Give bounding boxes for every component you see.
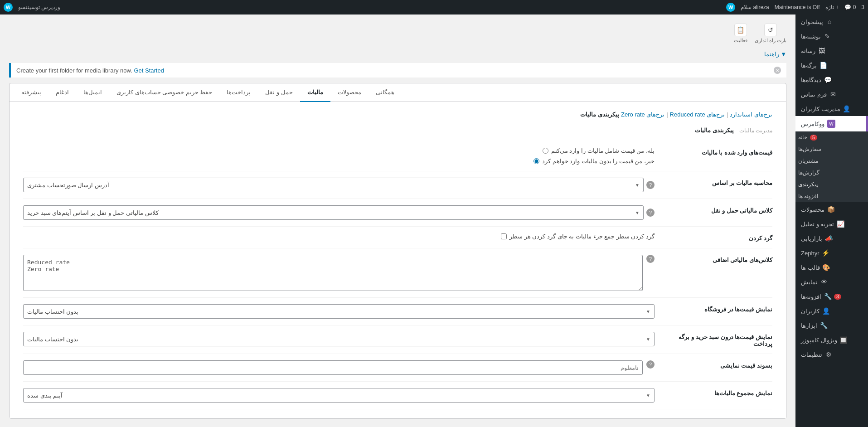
submenu-reports[interactable]: گزارش‌ها — [795, 167, 868, 179]
tab-integrations[interactable]: ادغام — [48, 83, 76, 102]
field-tax-based-on: ? ▼ آدرس ارسال صورتحساب مشتری — [23, 178, 655, 192]
sidebar-item-products[interactable]: 📦 محصولات — [795, 202, 868, 217]
row-rounding: گرد کردن گرد کردن سطر جمع جزء مالیات به … — [23, 227, 772, 248]
breadcrumb-home[interactable]: ▼ راهنما — [764, 51, 786, 58]
subnav-zero[interactable]: نرخ‌های Zero rate — [621, 111, 664, 118]
sidebar-item-settings[interactable]: ⚙ تنظیمات — [795, 347, 868, 362]
addons-badge: 3 — [834, 294, 841, 300]
submenu-home[interactable]: 5 خانه — [795, 131, 868, 143]
sidebar-item-marketing[interactable]: 📣 بازاریابی — [795, 231, 868, 246]
tab-shipping[interactable]: حمل و نقل — [258, 83, 300, 102]
sidebar-item-display[interactable]: 👁 نمایش — [795, 275, 868, 289]
sidebar-item-analytics[interactable]: 📈 تجربه و تحلیل — [795, 217, 868, 231]
sidebar-item-users[interactable]: 👤 مدیریت کاربران — [795, 102, 868, 116]
submenu-orders[interactable]: سفارش‌ها — [795, 143, 868, 155]
sidebar-label-products: محصولات — [801, 206, 824, 213]
tab-tax[interactable]: مالیات — [300, 83, 330, 102]
select-display-cart[interactable]: ▼ بدون احتساب مالیات — [23, 332, 655, 346]
select-chevron-total: ▼ — [646, 393, 650, 398]
maintenance-item[interactable]: Maintenance is Off — [775, 4, 820, 10]
select-wrap-shipping: ? ▼ کلاس مالیاتی حمل و نقل بر اساس آیتم‌… — [23, 205, 655, 220]
radio-group-prices: بله، من قیمت شامل مالیات را وارد می‌کنم … — [533, 147, 655, 165]
sidebar-label-users: مدیریت کاربران — [801, 106, 840, 112]
comments-icon: 💬 — [824, 76, 831, 83]
pages-icon: 📄 — [820, 62, 827, 69]
adminbar-right: وردپرس توسینتسو W — [4, 3, 60, 12]
subnav-standard[interactable]: نرخ‌های استاندارد — [730, 111, 772, 118]
sidebar-label-posts: نوشته‌ها — [801, 33, 821, 40]
settings-card: پیشرفته ادغام ایمیل‌ها حفظ حریم خصوصی حس… — [9, 83, 786, 419]
username-item[interactable]: وردپرس توسینتسو — [18, 4, 60, 10]
sidebar-item-themes[interactable]: 🎨 قالب ها — [795, 260, 868, 275]
select-shipping-tax[interactable]: ▼ کلاس مالیاتی حمل و نقل بر اساس آیتم‌ها… — [23, 205, 644, 220]
maintenance-label: Maintenance is Off — [775, 4, 820, 10]
sidebar-item-woocommerce[interactable]: W ووکامرس — [795, 116, 868, 131]
sidebar-item-subscribers[interactable]: ⌂ پیشخوان — [795, 15, 868, 29]
sidebar-item-media[interactable]: 🖼 رسانه — [795, 44, 868, 58]
sidebar-label-analytics: تجربه و تحلیل — [801, 221, 834, 228]
adminbar-left: W سلام alireza Maintenance is Off تازه +… — [726, 3, 864, 12]
field-additional-tax-classes: ? Reduced rate Zero rate — [23, 255, 655, 291]
select-tax-based[interactable]: ▼ آدرس ارسال صورتحساب مشتری — [23, 178, 644, 192]
wp-logo-item[interactable]: W — [726, 3, 735, 12]
updates-item[interactable]: 3 — [861, 4, 864, 10]
field-shipping-tax-class: ? ▼ کلاس مالیاتی حمل و نقل بر اساس آیتم‌… — [23, 205, 655, 220]
row-tax-total-display: نمایش مجموع مالیات‌ها ▼ آیتم بندی شده — [23, 382, 772, 409]
help-icon-suffix[interactable]: ? — [646, 360, 655, 369]
new-item[interactable]: تازه + — [825, 4, 839, 10]
select-display-shop[interactable]: ▼ بدون احتساب مالیات — [23, 304, 655, 319]
sidebar-label-zephyr: Zephyr — [801, 250, 819, 257]
sidebar-item-users2[interactable]: 👤 کاربران — [795, 304, 868, 318]
management-section: مدیریت مالیات پیکربندی مالیات — [23, 127, 772, 134]
sidebar-item-addons[interactable]: 3 🔧 افزونه‌ها — [795, 289, 868, 304]
management-label: مدیریت مالیات — [739, 127, 772, 134]
sidebar-item-visualcomposer[interactable]: 🔲 ویژوال کامپوزر — [795, 333, 868, 347]
site-name-item[interactable]: سلام alireza — [741, 4, 769, 10]
tab-emails[interactable]: ایمیل‌ها — [76, 83, 109, 102]
input-price-suffix[interactable] — [23, 360, 643, 375]
tab-general[interactable]: همگانی — [369, 83, 402, 102]
help-icon-shipping[interactable]: ? — [646, 209, 655, 217]
comments-item[interactable]: 💬 0 — [844, 4, 856, 10]
help-icon-tax-based[interactable]: ? — [646, 181, 655, 189]
checkbox-rounding[interactable] — [501, 233, 507, 239]
sidebar-item-pages[interactable]: 📄 برگه‌ها — [795, 58, 868, 73]
tab-privacy[interactable]: حفظ حریم خصوصی حساب‌های کاربری — [109, 83, 219, 102]
sidebar-item-posts[interactable]: ✎ نوشته‌ها — [795, 29, 868, 44]
label-display-during-cart: نمایش قیمت‌ها درون سبد حرید و برگه پرداخ… — [664, 332, 772, 347]
row-display-in-shop: نمایش قیمت‌ها در فروشگاه ▼ بدون احتساب م… — [23, 298, 772, 325]
info-bar-link[interactable]: Get Started — [134, 67, 164, 74]
info-bar-close[interactable]: ✕ — [774, 67, 781, 74]
subscribers-icon: ⌂ — [826, 18, 833, 25]
help-icon-additional[interactable]: ? — [646, 255, 655, 263]
submenu-customers[interactable]: مشتریان — [795, 155, 868, 167]
radio-yes[interactable]: بله، من قیمت شامل مالیات را وارد می‌کنم — [533, 147, 655, 154]
tab-payments[interactable]: پرداخت‌ها — [219, 83, 258, 102]
sidebar-label-woocommerce: ووکامرس — [801, 121, 824, 127]
submenu-plugins[interactable]: افزونه ها — [795, 190, 868, 202]
radio-yes-input[interactable] — [543, 148, 548, 154]
comments-count: 0 — [853, 4, 856, 10]
row-tax-based-on: محاسبه مالیات بر اساس ? ▼ آدرس ارسال صور… — [23, 171, 772, 199]
wp-wrap: ⌂ پیشخوان ✎ نوشته‌ها 🖼 رسانه 📄 برگه‌ها 💬… — [0, 15, 868, 427]
label-prices-include-tax: قیمت‌های وارد شده با مالیات — [664, 147, 772, 156]
subnav-reduced[interactable]: نرخ‌های Reduced rate — [670, 111, 725, 118]
toolbar-activity[interactable]: 📋 فعالیت — [734, 24, 747, 44]
toolbar-back[interactable]: ↺ بازت راه اندازی — [755, 24, 786, 44]
textarea-additional-tax-classes[interactable]: Reduced rate Zero rate — [23, 255, 643, 291]
select-tax-total[interactable]: ▼ آیتم بندی شده — [23, 388, 655, 403]
radio-no-input[interactable] — [533, 158, 539, 164]
sidebar-label-addons: افزونه‌ها — [801, 293, 821, 300]
sidebar-item-comments[interactable]: 💬 دیدگاه‌ها — [795, 73, 868, 87]
radio-no[interactable]: خیر، من قیمت را بدون مالیات وارد خواهم ک… — [533, 158, 655, 165]
settings-content: نرخ‌های استاندارد | نرخ‌های Reduced rate… — [10, 102, 786, 418]
sidebar-item-contact[interactable]: ✉ فرم تماس — [795, 87, 868, 102]
tab-advanced[interactable]: پیشرفته — [14, 83, 48, 102]
tab-products[interactable]: محصولات — [330, 83, 369, 102]
sidebar-item-zephyr[interactable]: ⚡ Zephyr — [795, 246, 868, 260]
sidebar-label-themes: قالب ها — [801, 264, 820, 271]
admin-sidebar: ⌂ پیشخوان ✎ نوشته‌ها 🖼 رسانه 📄 برگه‌ها 💬… — [795, 15, 868, 427]
updates-count: 3 — [861, 4, 864, 10]
sidebar-item-tools[interactable]: 🔧 ابزارها — [795, 318, 868, 333]
submenu-config[interactable]: پیکربندی — [795, 179, 868, 190]
